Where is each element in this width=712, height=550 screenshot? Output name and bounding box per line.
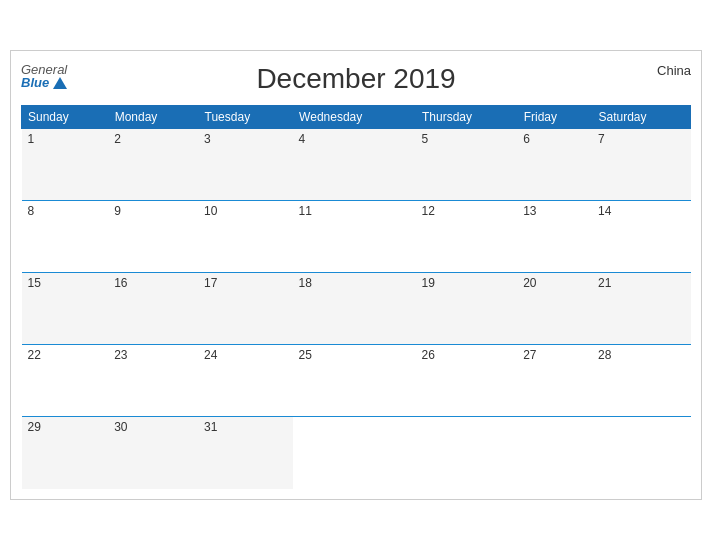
calendar-title: December 2019: [256, 63, 455, 95]
day-cell: [592, 417, 691, 489]
day-number: 31: [204, 420, 217, 434]
day-number: 22: [28, 348, 41, 362]
day-number: 17: [204, 276, 217, 290]
calendar-body: 1234567891011121314151617181920212223242…: [22, 129, 691, 489]
day-cell: 23: [108, 345, 198, 417]
week-row-5: 293031: [22, 417, 691, 489]
day-number: 8: [28, 204, 35, 218]
col-thursday: Thursday: [415, 106, 517, 129]
logo-triangle-icon: [53, 77, 67, 89]
day-number: 12: [421, 204, 434, 218]
day-number: 11: [299, 204, 312, 218]
day-number: 7: [598, 132, 605, 146]
day-cell: 17: [198, 273, 293, 345]
col-tuesday: Tuesday: [198, 106, 293, 129]
day-cell: 22: [22, 345, 109, 417]
day-cell: 16: [108, 273, 198, 345]
week-row-2: 891011121314: [22, 201, 691, 273]
calendar-header: General Blue December 2019 China: [21, 63, 691, 95]
day-cell: 20: [517, 273, 592, 345]
calendar-header-row: Sunday Monday Tuesday Wednesday Thursday…: [22, 106, 691, 129]
day-cell: 11: [293, 201, 416, 273]
day-cell: 28: [592, 345, 691, 417]
day-cell: 3: [198, 129, 293, 201]
day-cell: 26: [415, 345, 517, 417]
day-cell: 1: [22, 129, 109, 201]
day-cell: [415, 417, 517, 489]
day-cell: 31: [198, 417, 293, 489]
col-saturday: Saturday: [592, 106, 691, 129]
day-cell: 8: [22, 201, 109, 273]
day-cell: 19: [415, 273, 517, 345]
day-cell: 29: [22, 417, 109, 489]
day-number: 28: [598, 348, 611, 362]
day-number: 26: [421, 348, 434, 362]
day-number: 4: [299, 132, 306, 146]
col-sunday: Sunday: [22, 106, 109, 129]
day-cell: 10: [198, 201, 293, 273]
day-cell: 27: [517, 345, 592, 417]
day-cell: 4: [293, 129, 416, 201]
day-number: 30: [114, 420, 127, 434]
week-row-4: 22232425262728: [22, 345, 691, 417]
col-wednesday: Wednesday: [293, 106, 416, 129]
day-cell: 5: [415, 129, 517, 201]
day-number: 21: [598, 276, 611, 290]
week-row-1: 1234567: [22, 129, 691, 201]
day-number: 2: [114, 132, 121, 146]
day-number: 15: [28, 276, 41, 290]
col-friday: Friday: [517, 106, 592, 129]
calendar-grid: Sunday Monday Tuesday Wednesday Thursday…: [21, 105, 691, 489]
logo: General Blue: [21, 63, 67, 89]
day-cell: 12: [415, 201, 517, 273]
day-number: 29: [28, 420, 41, 434]
day-cell: 15: [22, 273, 109, 345]
day-number: 25: [299, 348, 312, 362]
day-number: 19: [421, 276, 434, 290]
day-number: 6: [523, 132, 530, 146]
day-number: 23: [114, 348, 127, 362]
day-cell: 6: [517, 129, 592, 201]
day-cell: [517, 417, 592, 489]
day-cell: 13: [517, 201, 592, 273]
day-cell: [293, 417, 416, 489]
day-number: 18: [299, 276, 312, 290]
day-number: 3: [204, 132, 211, 146]
day-number: 24: [204, 348, 217, 362]
day-cell: 21: [592, 273, 691, 345]
week-row-3: 15161718192021: [22, 273, 691, 345]
day-cell: 30: [108, 417, 198, 489]
day-cell: 25: [293, 345, 416, 417]
logo-blue-text: Blue: [21, 76, 67, 89]
day-number: 9: [114, 204, 121, 218]
day-cell: 2: [108, 129, 198, 201]
day-number: 14: [598, 204, 611, 218]
day-number: 1: [28, 132, 35, 146]
col-monday: Monday: [108, 106, 198, 129]
day-cell: 7: [592, 129, 691, 201]
day-number: 5: [421, 132, 428, 146]
day-cell: 24: [198, 345, 293, 417]
day-number: 16: [114, 276, 127, 290]
day-number: 10: [204, 204, 217, 218]
day-cell: 14: [592, 201, 691, 273]
day-number: 13: [523, 204, 536, 218]
calendar-container: General Blue December 2019 China Sunday …: [10, 50, 702, 500]
day-number: 20: [523, 276, 536, 290]
country-label: China: [657, 63, 691, 78]
day-cell: 18: [293, 273, 416, 345]
day-cell: 9: [108, 201, 198, 273]
day-number: 27: [523, 348, 536, 362]
